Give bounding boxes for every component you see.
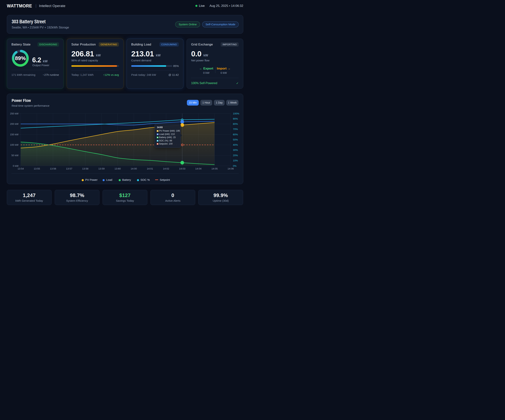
svg-text:13:59: 13:59 bbox=[98, 167, 105, 170]
svg-text:14:03: 14:03 bbox=[179, 167, 185, 170]
svg-text:0 kW: 0 kW bbox=[13, 165, 19, 167]
svg-text:30%: 30% bbox=[233, 149, 238, 151]
svg-text:60%: 60% bbox=[233, 133, 238, 136]
svg-text:14:06: 14:06 bbox=[227, 167, 234, 170]
svg-text:13:57: 13:57 bbox=[66, 167, 72, 170]
svg-text:13:54: 13:54 bbox=[18, 167, 24, 170]
svg-text:10%: 10% bbox=[233, 159, 238, 162]
svg-text:13:55: 13:55 bbox=[34, 167, 40, 170]
svg-text:0%: 0% bbox=[233, 165, 237, 167]
svg-text:200 kW: 200 kW bbox=[10, 123, 19, 125]
svg-text:100 kW: 100 kW bbox=[10, 143, 19, 146]
svg-text:100%: 100% bbox=[233, 112, 239, 115]
svg-text:13:58: 13:58 bbox=[82, 167, 88, 170]
svg-text:14:02: 14:02 bbox=[163, 167, 169, 170]
svg-text:14:05: 14:05 bbox=[211, 167, 218, 170]
svg-text:13:56: 13:56 bbox=[50, 167, 56, 170]
svg-text:50 kW: 50 kW bbox=[12, 154, 19, 157]
svg-text:14:04: 14:04 bbox=[195, 167, 202, 170]
svg-text:80%: 80% bbox=[233, 123, 238, 125]
svg-text:89%: 89% bbox=[15, 55, 26, 61]
svg-text:50%: 50% bbox=[233, 138, 238, 141]
svg-text:150 kW: 150 kW bbox=[10, 133, 19, 136]
svg-text:90%: 90% bbox=[233, 117, 238, 120]
svg-text:14:01: 14:01 bbox=[147, 167, 153, 170]
svg-text:70%: 70% bbox=[233, 128, 238, 131]
svg-text:250 kW: 250 kW bbox=[10, 112, 19, 115]
svg-text:14:00: 14:00 bbox=[131, 167, 137, 170]
svg-text:40%: 40% bbox=[233, 143, 238, 146]
svg-text:13:60: 13:60 bbox=[114, 167, 121, 170]
svg-text:20%: 20% bbox=[233, 154, 238, 157]
